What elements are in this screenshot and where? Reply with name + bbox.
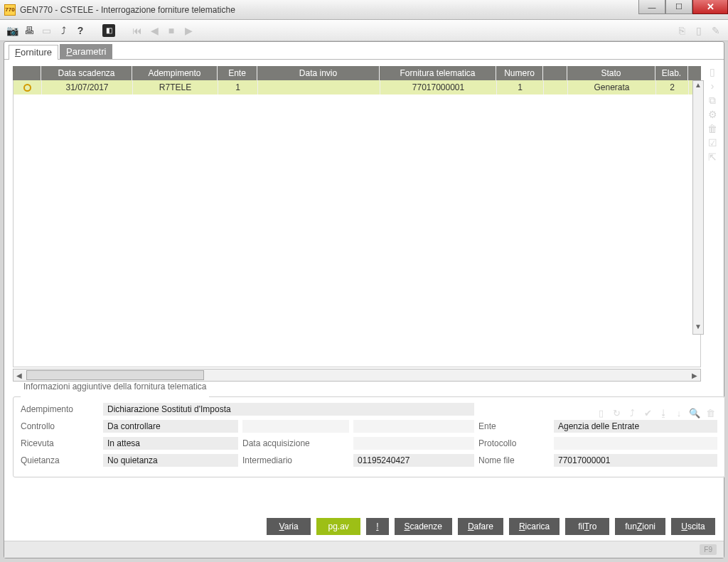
alert-button[interactable]: !	[366, 518, 388, 535]
status-circle-icon	[23, 84, 31, 92]
col-data-invio[interactable]: Data invio	[257, 66, 380, 80]
cell-adempimento: R7TELE	[133, 80, 218, 94]
val-quietanza: No quietanza	[103, 454, 238, 467]
cell-elab: 2	[656, 80, 689, 94]
val-data-acq	[353, 437, 474, 450]
tab-strip: Forniture Parametri	[4, 42, 724, 60]
status-bar: F9	[4, 541, 724, 558]
main-frame: Forniture Parametri Data scadenza Adempi…	[4, 41, 724, 558]
folder-icon[interactable]: ▭	[40, 24, 53, 37]
tab-parametri[interactable]: Parametri	[60, 44, 112, 59]
cell-numero: 1	[497, 80, 544, 94]
lbl-adempimento: Adempimento	[21, 403, 99, 416]
col-data-scadenza[interactable]: Data scadenza	[41, 66, 132, 80]
val-intermediario: 01195240427	[353, 454, 474, 467]
col-fornitura[interactable]: Fornitura telematica	[380, 66, 496, 80]
details-legend: Informazioni aggiuntive della fornitura …	[21, 382, 209, 391]
side-next-icon: ›	[707, 80, 718, 92]
side-copy-icon: ⧉	[707, 94, 718, 106]
ricarica-button[interactable]: Ricarica	[509, 518, 560, 535]
cell-fornitura: 77017000001	[380, 80, 497, 94]
val-ricevuta: In attesa	[103, 437, 238, 450]
val-ente: Agenzia delle Entrate	[554, 420, 717, 433]
window-title: GEN770 - CSTELE - Interrogazione fornitu…	[20, 5, 235, 15]
maximize-button[interactable]: ☐	[665, 0, 692, 14]
dafare-button[interactable]: Dafare	[458, 518, 503, 535]
details-panel: Informazioni aggiuntive della fornitura …	[13, 391, 725, 477]
toggle-icon[interactable]: ◧	[102, 24, 115, 37]
scroll-down-icon[interactable]: ▼	[693, 323, 703, 334]
lbl-intermediario: Intermediario	[242, 454, 349, 467]
doc-icon: ▯	[692, 24, 705, 37]
nav-first-icon: ⏮	[131, 24, 144, 37]
side-check-icon: ☑	[707, 137, 718, 148]
cell-spacer	[544, 80, 568, 94]
edit-icon: ✎	[710, 24, 722, 37]
lbl-protocollo: Protocollo	[478, 437, 550, 450]
scroll-thumb[interactable]	[26, 370, 204, 380]
upload-icon[interactable]: ⤴	[57, 24, 70, 37]
col-elab[interactable]: Elab.	[655, 66, 688, 80]
button-bar: Varia pg.av ! Scadenze Dafare Ricarica f…	[13, 518, 715, 535]
val-protocollo	[554, 437, 717, 450]
side-doc-icon: ▯	[707, 66, 718, 77]
tab-forniture-label: orniture	[21, 47, 52, 58]
pgav-button[interactable]: pg.av	[316, 518, 360, 535]
val-controllo-extra1	[242, 420, 349, 433]
toolbar: 📷 🖶 ▭ ⤴ ? ◧ ⏮ ◀ ■ ▶ ⎘ ▯ ✎	[0, 20, 728, 41]
lbl-ente: Ente	[478, 420, 550, 433]
print-icon[interactable]: 🖶	[23, 24, 36, 37]
scroll-left-icon[interactable]: ◀	[14, 372, 25, 379]
col-ente[interactable]: Ente	[218, 66, 257, 80]
minimize-button[interactable]: —	[638, 0, 665, 14]
horizontal-scrollbar[interactable]: ◀ ▶	[13, 369, 701, 382]
cell-ente: 1	[218, 80, 258, 94]
col-adempimento[interactable]: Adempimento	[132, 66, 218, 80]
fkey-hint: F9	[700, 544, 717, 555]
val-controllo-extra2	[353, 420, 474, 433]
app-icon: 770	[4, 4, 16, 16]
val-nome-file: 77017000001	[554, 454, 717, 467]
uscita-button[interactable]: Uscita	[671, 518, 715, 535]
vertical-scrollbar[interactable]: ▲ ▼	[692, 80, 704, 335]
nav-prev-icon: ◀	[148, 24, 161, 37]
details-upload-icon: ⤴	[626, 407, 638, 418]
scadenze-button[interactable]: Scadenze	[395, 518, 452, 535]
col-spacer	[543, 66, 567, 80]
nav-stop-icon: ■	[165, 24, 178, 37]
close-button[interactable]: ✕	[692, 0, 728, 14]
details-action-icons: ▯ ↻ ⤴ ✔ ⭳ ↓ 🔍 🗑	[595, 407, 716, 418]
details-refresh-icon: ↻	[611, 407, 622, 418]
help-icon[interactable]: ?	[74, 24, 87, 37]
details-down-icon: ⭳	[658, 407, 669, 418]
grid-header: Data scadenza Adempimento Ente Data invi…	[13, 66, 701, 80]
side-gear-icon: ⚙	[707, 109, 718, 120]
nav-next-icon: ▶	[182, 24, 195, 37]
scroll-up-icon[interactable]: ▲	[693, 81, 703, 92]
lbl-data-acq: Data acquisizione	[242, 437, 349, 450]
scroll-right-icon[interactable]: ▶	[689, 372, 700, 379]
grid: Data scadenza Adempimento Ente Data invi…	[13, 66, 701, 382]
funzioni-button[interactable]: funZioni	[615, 518, 665, 535]
grid-body[interactable]: 31/07/2017 R7TELE 1 77017000001 1 Genera…	[13, 80, 701, 367]
table-row[interactable]: 31/07/2017 R7TELE 1 77017000001 1 Genera…	[14, 80, 700, 94]
lbl-quietanza: Quietanza	[21, 454, 99, 467]
varia-button[interactable]: Varia	[267, 518, 311, 535]
camera-icon[interactable]: 📷	[6, 24, 18, 37]
tab-parametri-label: arametri	[73, 46, 107, 57]
details-check-icon: ✔	[642, 407, 653, 418]
details-down2-icon: ↓	[673, 407, 685, 418]
details-search-icon: 🔍	[689, 407, 700, 418]
col-indicator	[13, 66, 41, 80]
col-numero[interactable]: Numero	[496, 66, 543, 80]
tab-forniture[interactable]: Forniture	[9, 45, 58, 60]
cell-stato: Generata	[568, 80, 656, 94]
filtro-button[interactable]: filTro	[565, 518, 609, 535]
details-doc-icon: ▯	[595, 407, 606, 418]
cell-data-invio	[258, 80, 380, 94]
col-stato[interactable]: Stato	[567, 66, 655, 80]
row-indicator	[14, 80, 42, 94]
titlebar: 770 GEN770 - CSTELE - Interrogazione for…	[0, 0, 728, 20]
side-trash-icon: 🗑	[707, 123, 718, 134]
lbl-ricevuta: Ricevuta	[21, 437, 99, 450]
